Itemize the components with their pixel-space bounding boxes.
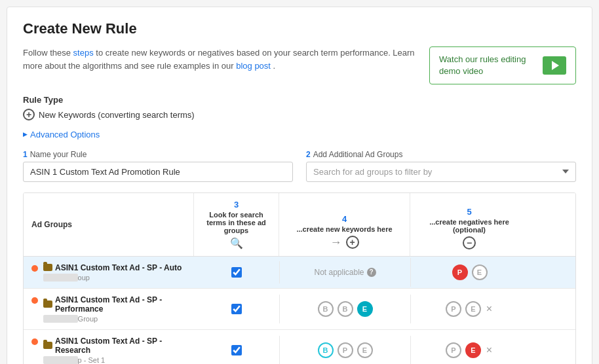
intro-text-part1: Follow these (23, 48, 73, 58)
rule-name-input[interactable] (23, 162, 293, 182)
badge-p-outline-3[interactable]: P (338, 342, 353, 358)
badge-e-outline-3a[interactable]: E (357, 342, 373, 358)
folder-icon-2 (43, 300, 52, 308)
col3-header: 4 ...create new keywords here → + (279, 193, 410, 256)
ad-group-info-3: ASIN1 Custom Text Ad - SP - Research A p… (43, 337, 186, 364)
row3-checkbox[interactable] (231, 345, 242, 355)
ad-group-cell-1: ASIN1 Custom Text Ad - SP - Auto A oup (24, 257, 194, 288)
badge-b-outline-2b[interactable]: B (338, 301, 353, 317)
help-icon-1[interactable]: ? (367, 268, 376, 277)
badge-b-outline-2a[interactable]: B (318, 301, 334, 317)
adgroup-group: 2 Add Additional Ad Groups Search for ad… (306, 150, 576, 182)
demo-video-button[interactable]: Watch our rules editing demo video (429, 46, 576, 84)
badge-p-outline-2[interactable]: P (446, 301, 461, 317)
col3-step-num: 4 (342, 214, 347, 224)
blog-post-link[interactable]: blog post (236, 61, 271, 71)
step2-num: 2 (306, 150, 311, 159)
badge-b-teal-3[interactable]: B (318, 342, 334, 358)
status-dot-3 (31, 338, 38, 345)
ad-group-cell-3: ASIN1 Custom Text Ad - SP - Research A p… (24, 330, 194, 364)
check-cell-2 (194, 297, 279, 321)
ad-group-sub-3: A p - Set 1 (43, 356, 186, 364)
step1-num: 1 (23, 150, 28, 159)
rule-type-option: + New Keywords (converting search terms) (23, 109, 576, 120)
demo-video-text: Watch our rules editing demo video (439, 54, 536, 77)
ad-group-name-1: ASIN1 Custom Text Ad - SP - Auto (43, 263, 182, 272)
intro-text: Follow these steps to create new keyword… (23, 46, 429, 72)
page-title: Create New Rule (23, 20, 576, 37)
ad-group-name-3: ASIN1 Custom Text Ad - SP - Research (43, 337, 186, 355)
badge-e-outline-2[interactable]: E (465, 301, 481, 317)
folder-icon-1 (43, 264, 52, 271)
arrow-icon: → (330, 236, 342, 249)
step2-field-label: Add Additional Ad Groups (313, 150, 403, 159)
check-cell-1 (194, 261, 279, 284)
badge-e-outline-1[interactable]: E (472, 264, 488, 280)
col2-header: 3 Look for search terms in these ad grou… (194, 193, 279, 256)
keywords-cell-3: B P E (279, 336, 410, 364)
table-row: ASIN1 Custom Text Ad - SP - Research A p… (24, 330, 575, 364)
badge-e-teal-2[interactable]: E (357, 301, 373, 317)
add-keywords-icon: + (346, 236, 359, 249)
negatives-cell-3: P E × (410, 336, 528, 364)
intro-section: Follow these steps to create new keyword… (23, 46, 576, 84)
name-group: 1 Name your Rule (23, 150, 293, 182)
rules-table: Ad Groups 3 Look for search terms in the… (23, 192, 576, 364)
ad-group-select[interactable]: Search for ad groups to filter by (306, 162, 576, 182)
keywords-cell-1: Not applicable ? (279, 261, 410, 283)
negatives-icon: − (463, 236, 476, 249)
negatives-cell-1: P E (410, 258, 528, 287)
ad-group-cell-2: ASIN1 Custom Text Ad - SP - Performance … (24, 289, 194, 329)
step2-label: 2 Add Additional Ad Groups (306, 150, 576, 159)
step1-field-label: Name your Rule (30, 150, 87, 159)
status-dot-1 (31, 265, 38, 272)
negatives-cell-2: P E × (410, 295, 528, 323)
ad-group-name-2: ASIN1 Custom Text Ad - SP - Performance (43, 295, 186, 314)
badge-p-outline-3b[interactable]: P (446, 342, 461, 358)
col2-step-num: 3 (234, 200, 239, 209)
row2-checkbox[interactable] (231, 304, 242, 314)
remove-row3-button[interactable]: × (485, 344, 493, 357)
remove-row2-button[interactable]: × (485, 302, 493, 316)
folder-icon-3 (43, 342, 52, 349)
plus-circle-icon: + (23, 109, 35, 120)
not-applicable-text: Not applicable ? (314, 268, 376, 277)
ad-group-sub-2: A Group (43, 315, 186, 323)
advanced-options-label: Advanced Options (30, 130, 100, 139)
rule-type-text: New Keywords (converting search terms) (39, 110, 195, 120)
status-dot-2 (31, 297, 38, 304)
badge-p-red-1[interactable]: P (452, 264, 468, 280)
col1-header-label: Ad Groups (31, 220, 72, 229)
ad-group-sub-1: A oup (43, 274, 182, 282)
badge-e-red-3[interactable]: E (465, 342, 481, 358)
ad-group-info-2: ASIN1 Custom Text Ad - SP - Performance … (43, 295, 186, 323)
col4-step-num: 5 (467, 207, 471, 217)
form-row: 1 Name your Rule 2 Add Additional Ad Gro… (23, 150, 576, 182)
advanced-options-link[interactable]: Advanced Options (23, 130, 100, 139)
video-play-icon (543, 56, 566, 75)
row1-checkbox[interactable] (231, 267, 242, 278)
steps-link[interactable]: steps (73, 48, 94, 58)
col1-header: Ad Groups (24, 193, 194, 256)
table-header: Ad Groups 3 Look for search terms in the… (24, 193, 575, 257)
step1-label: 1 Name your Rule (23, 150, 293, 159)
col4-header: 5 ...create negatives here (optional) − (410, 193, 528, 256)
table-row: ASIN1 Custom Text Ad - SP - Auto A oup N… (24, 257, 575, 289)
search-icon: 🔍 (230, 237, 243, 249)
rule-type-label: Rule Type (23, 95, 576, 105)
col3-header-label: ...create new keywords here (296, 225, 392, 233)
rule-type-section: Rule Type + New Keywords (converting sea… (23, 95, 576, 120)
ad-group-info-1: ASIN1 Custom Text Ad - SP - Auto A oup (43, 263, 182, 282)
col4-header-label: ...create negatives here (optional) (418, 218, 520, 234)
table-row: ASIN1 Custom Text Ad - SP - Performance … (24, 289, 575, 330)
check-cell-3 (194, 338, 279, 362)
col2-header-label: Look for search terms in these ad groups (202, 211, 271, 234)
keywords-cell-2: B B E (279, 295, 410, 323)
